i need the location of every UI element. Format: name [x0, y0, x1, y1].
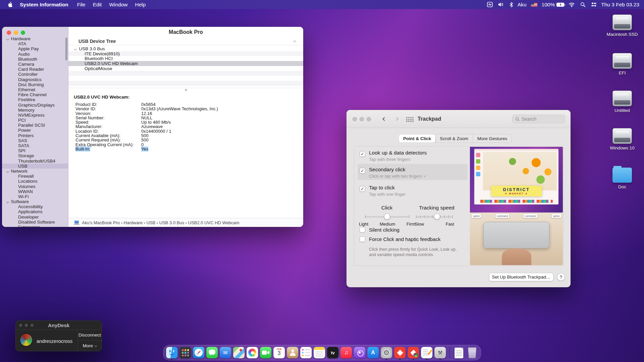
- sidebar-item-developer[interactable]: Developer: [2, 215, 68, 220]
- disconnect-button[interactable]: Disconnect: [78, 330, 102, 340]
- sidebar-item-spi[interactable]: SPI: [2, 148, 68, 153]
- disclosure-chevron-icon[interactable]: [74, 47, 77, 50]
- menu-item-help[interactable]: Help: [131, 0, 150, 9]
- checkbox-look-up-data-detectors[interactable]: ✓: [360, 151, 365, 157]
- back-button[interactable]: [381, 116, 387, 122]
- tree-item-opticalmouse[interactable]: OpticalMouse: [68, 66, 303, 71]
- sidebar-item-firewall[interactable]: Firewall: [2, 174, 68, 179]
- minimize-button[interactable]: [25, 324, 28, 327]
- sidebar-item-hardware[interactable]: Hardware: [2, 36, 68, 41]
- sidebar-item-apple-pay[interactable]: Apple Pay: [2, 46, 68, 51]
- disclosure-chevron-icon[interactable]: [6, 170, 9, 173]
- zoom-button[interactable]: [367, 117, 371, 121]
- sidebar-item-extensions[interactable]: Extensions: [2, 225, 68, 227]
- help-button[interactable]: ?: [557, 273, 565, 281]
- tree-item-bluetooth-hci[interactable]: Bluetooth HCI: [68, 56, 303, 61]
- dock-item-mail[interactable]: ✉: [219, 347, 231, 358]
- checkbox-silent-clicking[interactable]: [360, 227, 365, 233]
- desktop-icon-doc[interactable]: Doc: [604, 166, 641, 189]
- sidebar-item-diagnostics[interactable]: Diagnostics: [2, 77, 68, 82]
- tracking-speed-slider[interactable]: [416, 214, 452, 220]
- dock-item-launchpad[interactable]: [179, 347, 191, 358]
- close-button[interactable]: [7, 31, 11, 35]
- dock-item-trash[interactable]: [466, 347, 478, 358]
- usb-device-tree-header[interactable]: USB Device Tree: [68, 37, 303, 45]
- dock-item-safari[interactable]: [193, 347, 205, 358]
- sidebar-item-bluetooth[interactable]: Bluetooth: [2, 57, 68, 62]
- tab-more-gestures[interactable]: More Gestures: [473, 134, 512, 142]
- desktop-icon-untitled[interactable]: Untitled: [604, 90, 641, 113]
- checkbox-row-look-up-data-detectors[interactable]: ✓Look up & data detectorsTap with three …: [360, 150, 427, 162]
- dock-item-maps[interactable]: [233, 347, 245, 358]
- sidebar-item-power[interactable]: Power: [2, 128, 68, 133]
- checkbox-row-silent-clicking[interactable]: Silent clicking: [360, 227, 399, 233]
- menu-username[interactable]: Aku: [518, 2, 527, 8]
- tree-root-usb-3-0-bus[interactable]: USB 3.0 Bus: [68, 46, 303, 51]
- sidebar-item-memory[interactable]: Memory: [2, 108, 68, 113]
- sidebar-item-storage[interactable]: Storage: [2, 153, 68, 158]
- menu-item-edit[interactable]: Edit: [89, 0, 106, 9]
- sidebar-item-applications[interactable]: Applications: [2, 209, 68, 214]
- dock-item-pages-document[interactable]: [421, 347, 433, 358]
- checkbox-row-force-click-and-haptic-feedback[interactable]: Force Click and haptic feedback: [360, 236, 440, 242]
- dock-item-reminders[interactable]: [300, 347, 312, 358]
- tab-point-click[interactable]: Point & Click: [398, 134, 436, 143]
- more-button[interactable]: More: [78, 340, 102, 351]
- sidebar-item-accessibility[interactable]: Accessibility: [2, 204, 68, 209]
- dock-item-photos[interactable]: [246, 347, 258, 358]
- desktop-icon-efi[interactable]: EFI: [604, 53, 641, 75]
- sidebar-item-parallel-scsi[interactable]: Parallel SCSI: [2, 123, 68, 128]
- dock-item-app-store[interactable]: A: [367, 347, 379, 358]
- control-center-icon[interactable]: [590, 0, 598, 9]
- minimize-button[interactable]: [14, 31, 18, 35]
- zoom-button[interactable]: [21, 31, 25, 35]
- sidebar-item-sas[interactable]: SAS: [2, 138, 68, 143]
- keyboard-layout-flag-icon[interactable]: [530, 0, 538, 9]
- dock-item-system-preferences[interactable]: ⚙: [380, 347, 392, 358]
- tab-scroll-zoom[interactable]: Scroll & Zoom: [435, 134, 473, 142]
- slider-handle[interactable]: [434, 214, 440, 220]
- slider-handle[interactable]: [384, 214, 390, 220]
- sidebar-item-fibre-channel[interactable]: Fibre Channel: [2, 92, 68, 97]
- dock-item-messages[interactable]: [206, 347, 218, 358]
- sidebar-item-graphics-displays[interactable]: Graphics/Displays: [2, 102, 68, 107]
- sidebar-item-printers[interactable]: Printers: [2, 133, 68, 138]
- sidebar-item-nvmexpress[interactable]: NVMExpress: [2, 113, 68, 118]
- checkbox-tap-to-click[interactable]: ✓: [360, 186, 365, 192]
- sidebar-scrollbar[interactable]: [65, 38, 67, 60]
- battery-indicator[interactable]: 100%: [542, 2, 565, 8]
- pane-splitter[interactable]: [68, 88, 303, 91]
- checkbox-secondary-click[interactable]: ✓: [360, 168, 365, 174]
- sidebar-item-controller[interactable]: Controller: [2, 72, 68, 77]
- dock-item-anydesk[interactable]: [394, 347, 406, 358]
- anydesk-menu-icon[interactable]: [486, 0, 494, 9]
- tree-item-usb2-0-uvc-hd-webcam[interactable]: USB2.0 UVC HD Webcam: [68, 61, 303, 66]
- sidebar-item-network[interactable]: Network: [2, 169, 68, 174]
- desktop-icon-macintosh-ssd[interactable]: Macintosh SSD: [604, 14, 641, 37]
- tree-item-ite-device-8910[interactable]: ITE Device(8910): [68, 51, 303, 56]
- menu-clock[interactable]: Thu 3 Feb 03.23: [601, 2, 639, 8]
- sidebar-item-firewire[interactable]: FireWire: [2, 97, 68, 102]
- spotlight-search-icon[interactable]: [579, 0, 587, 9]
- dock-item-facetime[interactable]: [260, 347, 272, 358]
- setup-bluetooth-trackpad-button[interactable]: Set Up Bluetooth Trackpad…: [489, 273, 553, 281]
- sidebar-item-wwan[interactable]: WWAN: [2, 189, 68, 194]
- dock-item-anydesk-session[interactable]: [407, 347, 419, 358]
- collapse-chevron-icon[interactable]: [293, 41, 297, 44]
- menu-app-name[interactable]: System Information: [16, 0, 72, 9]
- forward-button[interactable]: [393, 116, 399, 122]
- sidebar-item-wi-fi[interactable]: Wi-Fi: [2, 194, 68, 199]
- show-all-preferences-icon[interactable]: [406, 117, 414, 122]
- menu-item-file[interactable]: File: [73, 0, 89, 9]
- close-button[interactable]: [353, 117, 357, 121]
- dock-item-podcasts[interactable]: [354, 347, 366, 358]
- sidebar-item-disabled-software[interactable]: Disabled Software: [2, 220, 68, 225]
- chevron-down-icon[interactable]: [424, 174, 426, 177]
- sidebar-item-sata[interactable]: SATA: [2, 143, 68, 148]
- dock-item-apple-tv[interactable]: tv: [327, 347, 339, 358]
- bluetooth-icon[interactable]: [508, 0, 514, 9]
- dock-item-contacts[interactable]: [286, 347, 299, 358]
- sidebar-item-camera[interactable]: Camera: [2, 62, 68, 67]
- disclosure-chevron-icon[interactable]: [6, 200, 9, 203]
- dock-item-document[interactable]: [453, 347, 465, 358]
